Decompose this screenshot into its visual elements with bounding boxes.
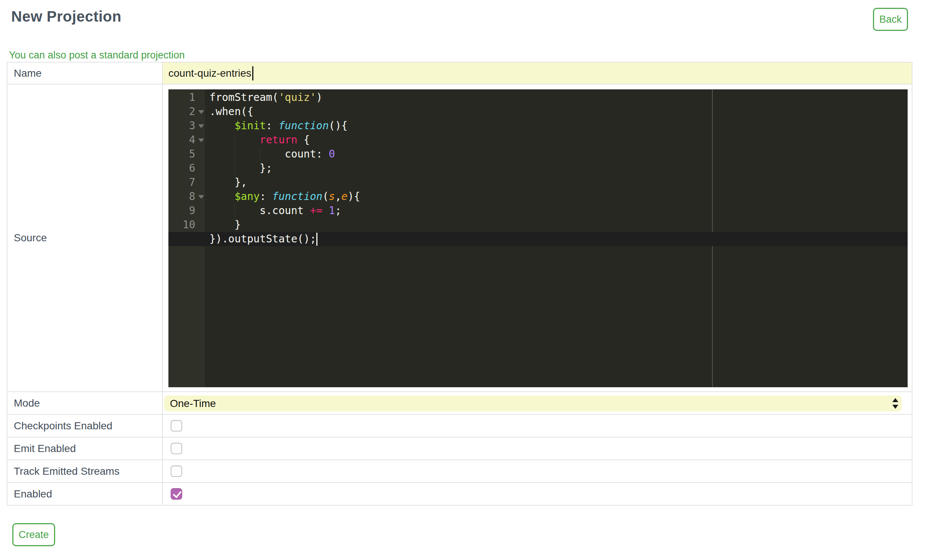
- enabled-label: Enabled: [8, 483, 163, 505]
- mode-label: Mode: [8, 392, 163, 414]
- enabled-checkbox[interactable]: [171, 488, 182, 500]
- gutter-line: 1: [169, 91, 205, 105]
- code-line: count: 0: [205, 147, 908, 161]
- gutter-line: 8: [169, 190, 205, 204]
- gutter-line: 3: [169, 119, 205, 133]
- emit-checkbox[interactable]: [171, 443, 182, 454]
- gutter-line: 9: [169, 204, 205, 218]
- gutter-line: 4: [169, 133, 205, 147]
- form-row-source: Source 1234567891011 fromStream('quiz').…: [8, 84, 912, 392]
- code-line: $init: function(){: [205, 119, 908, 133]
- back-button[interactable]: Back: [873, 8, 908, 31]
- code-line: s.count += 1;: [205, 204, 908, 218]
- name-input-value: count-quiz-entries: [169, 67, 251, 79]
- name-label: Name: [8, 62, 163, 84]
- checkpoints-label: Checkpoints Enabled: [8, 415, 163, 437]
- code-line: };: [205, 161, 908, 175]
- emit-label: Emit Enabled: [8, 437, 163, 460]
- create-button[interactable]: Create: [12, 523, 55, 546]
- fold-arrow-icon[interactable]: [198, 138, 204, 142]
- code-line: },: [205, 175, 908, 190]
- gutter-line: 6: [169, 161, 205, 175]
- form-row-track: Track Emitted Streams: [8, 460, 912, 482]
- text-caret: [252, 66, 253, 80]
- new-projection-form: Name count-quiz-entries Source 123456789…: [7, 62, 912, 505]
- checkpoints-checkbox[interactable]: [171, 420, 182, 431]
- source-code-editor[interactable]: 1234567891011 fromStream('quiz').when({ …: [169, 90, 908, 387]
- select-arrows-icon: [892, 397, 899, 410]
- standard-projection-link[interactable]: You can also post a standard projection: [9, 50, 185, 61]
- form-row-name: Name count-quiz-entries: [8, 62, 912, 84]
- fold-arrow-icon[interactable]: [198, 124, 204, 128]
- gutter-line: 2: [169, 105, 205, 119]
- code-line: fromStream('quiz'): [205, 91, 908, 105]
- form-row-enabled: Enabled: [8, 482, 912, 505]
- page-header: New Projection Back: [0, 0, 927, 31]
- mode-select-value: One-Time: [170, 398, 216, 410]
- code-line: }).outputState();: [205, 232, 908, 246]
- fold-arrow-icon[interactable]: [198, 110, 204, 114]
- name-input[interactable]: count-quiz-entries: [163, 62, 912, 84]
- form-row-checkpoints: Checkpoints Enabled: [8, 414, 912, 437]
- code-line: }: [205, 218, 908, 232]
- editor-code-area[interactable]: fromStream('quiz').when({ $init: functio…: [205, 90, 908, 246]
- gutter-line: 5: [169, 147, 205, 161]
- form-row-emit: Emit Enabled: [8, 437, 912, 460]
- editor-caret: [316, 233, 318, 246]
- mode-select[interactable]: One-Time: [164, 395, 902, 411]
- code-line: .when({: [205, 105, 908, 119]
- form-row-mode: Mode One-Time: [8, 392, 912, 414]
- fold-arrow-icon[interactable]: [198, 195, 204, 199]
- track-label: Track Emitted Streams: [8, 460, 163, 482]
- gutter-line: 7: [169, 175, 205, 190]
- code-line: $any: function(s,e){: [205, 190, 908, 204]
- source-label: Source: [8, 85, 163, 392]
- code-line: return {: [205, 133, 908, 147]
- gutter-line: 10: [169, 218, 205, 232]
- track-checkbox[interactable]: [171, 466, 182, 477]
- page-title: New Projection: [11, 8, 122, 25]
